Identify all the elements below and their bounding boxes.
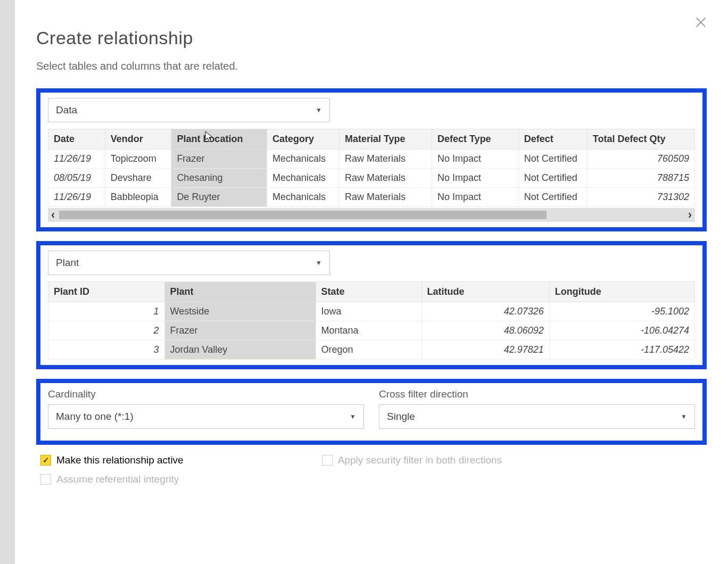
close-icon xyxy=(695,14,707,31)
col-header-selected[interactable]: Plant Location xyxy=(171,129,267,150)
dialog-title: Create relationship xyxy=(36,28,707,48)
secondary-table-preview: Plant ID Plant State Latitude Longitude … xyxy=(48,281,695,360)
cell: Mechanicals xyxy=(267,150,340,169)
cell: -95.1002 xyxy=(549,302,694,321)
table-row: 1 Westside Iowa 42.07326 -95.1002 xyxy=(48,302,695,321)
cell: Not Certified xyxy=(518,169,587,188)
apply-security-checkbox-row: Apply security filter in both directions xyxy=(322,454,502,466)
col-header[interactable]: Material Type xyxy=(339,129,432,150)
cell: De Ruyter xyxy=(171,188,267,207)
cardinality-label: Cardinality xyxy=(48,388,364,400)
cell: Not Certified xyxy=(518,150,587,169)
make-active-label: Make this relationship active xyxy=(56,454,184,466)
cell: Iowa xyxy=(316,302,421,321)
chevron-down-icon: ▼ xyxy=(316,259,322,267)
cell: Raw Materials xyxy=(339,150,432,169)
cell: Not Certified xyxy=(518,188,587,207)
chevron-down-icon: ▼ xyxy=(681,413,687,420)
crossfilter-value: Single xyxy=(387,411,415,422)
secondary-table-dropdown[interactable]: Plant ▼ xyxy=(48,251,330,275)
make-active-checkbox-row[interactable]: Make this relationship active xyxy=(40,454,184,466)
cell: Jordan Valley xyxy=(164,341,316,360)
chevron-down-icon: ▼ xyxy=(316,106,322,114)
cell: No Impact xyxy=(432,150,518,169)
crossfilter-label: Cross filter direction xyxy=(379,388,695,400)
col-header[interactable]: Defect xyxy=(518,129,587,150)
crossfilter-dropdown[interactable]: Single ▼ xyxy=(379,404,695,429)
cell: Frazer xyxy=(164,321,316,341)
col-header[interactable]: State xyxy=(316,282,421,302)
col-header[interactable]: Date xyxy=(48,129,105,150)
col-header[interactable]: Total Defect Qty xyxy=(587,129,694,150)
col-header[interactable]: Latitude xyxy=(421,282,549,302)
create-relationship-dialog: Create relationship Select tables and co… xyxy=(15,0,728,564)
assume-referential-label: Assume referential integrity xyxy=(56,474,179,485)
cell: Devshare xyxy=(105,169,171,188)
cell: Raw Materials xyxy=(339,169,432,188)
cell: 11/26/19 xyxy=(48,150,105,169)
col-header[interactable]: Plant ID xyxy=(48,282,165,302)
cell: Oregon xyxy=(316,341,421,360)
col-header[interactable]: Vendor xyxy=(105,129,171,150)
cell: 42.07326 xyxy=(421,302,549,321)
cell: Mechanicals xyxy=(267,169,340,188)
cell: No Impact xyxy=(432,188,518,207)
cell: 48.06092 xyxy=(421,321,549,341)
primary-table-dropdown[interactable]: Data ▼ xyxy=(48,98,330,122)
cell: 42.97821 xyxy=(421,341,549,360)
table-row: 08/05/19 Devshare Chesaning Mechanicals … xyxy=(48,169,695,188)
scroll-right-icon[interactable]: › xyxy=(688,209,692,221)
cell: 1 xyxy=(48,302,165,321)
cell: Montana xyxy=(316,321,421,341)
cell: 788715 xyxy=(587,169,694,188)
primary-table-preview: Date Vendor Plant Location Category Mate… xyxy=(48,129,695,207)
cell: 731302 xyxy=(587,188,694,207)
table-row: 2 Frazer Montana 48.06092 -106.04274 xyxy=(48,321,695,341)
apply-security-label: Apply security filter in both directions xyxy=(338,454,502,466)
chevron-down-icon: ▼ xyxy=(350,413,356,420)
cell: Frazer xyxy=(171,150,267,169)
cell: Raw Materials xyxy=(339,188,432,207)
relationship-checkboxes: Make this relationship active Apply secu… xyxy=(36,454,707,485)
cell: -106.04274 xyxy=(549,321,694,341)
cell: 3 xyxy=(48,341,165,360)
dialog-subtitle: Select tables and columns that are relat… xyxy=(36,60,707,72)
col-header[interactable]: Defect Type xyxy=(432,129,518,150)
horizontal-scrollbar[interactable]: ‹ › xyxy=(48,208,695,222)
table-row: 3 Jordan Valley Oregon 42.97821 -117.054… xyxy=(48,341,695,360)
checkbox-icon xyxy=(40,474,51,485)
cardinality-value: Many to one (*:1) xyxy=(56,411,134,422)
table-row: 11/26/19 Babbleopia De Ruyter Mechanical… xyxy=(48,188,695,207)
cell: Babbleopia xyxy=(105,188,171,207)
close-button[interactable] xyxy=(695,15,707,31)
assume-referential-checkbox-row: Assume referential integrity xyxy=(40,474,707,485)
primary-table-dropdown-value: Data xyxy=(56,104,77,116)
scroll-left-icon[interactable]: ‹ xyxy=(51,209,55,221)
col-header[interactable]: Category xyxy=(267,129,340,150)
cell: Chesaning xyxy=(171,169,267,188)
checkbox-icon[interactable] xyxy=(40,455,51,466)
col-header[interactable]: Longitude xyxy=(549,282,694,302)
cell: Mechanicals xyxy=(267,188,340,207)
secondary-table-dropdown-value: Plant xyxy=(56,257,79,269)
cardinality-dropdown[interactable]: Many to one (*:1) ▼ xyxy=(48,404,364,429)
secondary-table-section: Plant ▼ Plant ID Plant State Latitude Lo… xyxy=(36,241,707,369)
cell: 760509 xyxy=(587,150,694,169)
cell: No Impact xyxy=(432,169,518,188)
cell: 11/26/19 xyxy=(48,188,105,207)
cell: 08/05/19 xyxy=(48,169,105,188)
relationship-options-section: Cardinality Many to one (*:1) ▼ Cross fi… xyxy=(36,379,707,445)
cell: Westside xyxy=(164,302,316,321)
col-header-selected[interactable]: Plant xyxy=(164,282,316,302)
table-row: 11/26/19 Topiczoom Frazer Mechanicals Ra… xyxy=(48,150,695,169)
checkbox-icon xyxy=(322,455,333,466)
primary-table-section: Data ▼ Date Vendor Plant Location Catego… xyxy=(36,88,707,231)
cell: -117.05422 xyxy=(549,341,694,360)
cell: Topiczoom xyxy=(105,150,171,169)
cell: 2 xyxy=(48,321,165,341)
